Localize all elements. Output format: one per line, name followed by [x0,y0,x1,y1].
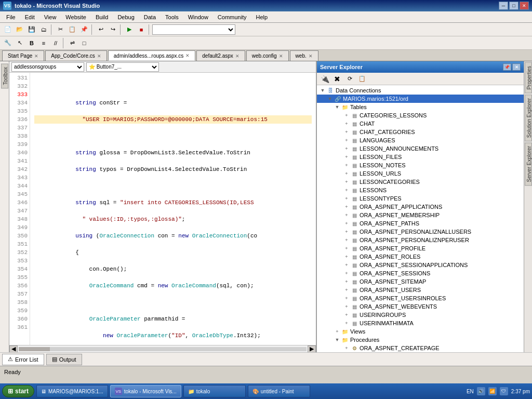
expand-ora-roles[interactable]: + [343,253,350,260]
tree-table-categories-lessons[interactable]: + ▦ CATEGORIES_LESSONS [317,111,524,119]
tree-table-useringroups[interactable]: + ▦ USERINGROUPS [317,311,524,319]
tab-web[interactable]: web. ✕ [290,50,318,61]
menu-debug[interactable]: Debug [113,13,138,21]
menu-help[interactable]: Help [251,13,272,21]
expand-createpage[interactable]: + [343,344,350,352]
code-container[interactable]: 331 332 333 334 335 336 337 338 339 340 … [9,73,316,345]
se-properties-button[interactable]: 📋 [356,73,368,85]
close-tab-addlessonsgroups[interactable]: ✕ [185,53,190,58]
close-tab-start-page[interactable]: ✕ [34,54,38,59]
tree-tables-folder[interactable]: ▼ 📁 Tables [317,103,524,111]
scroll-left-button[interactable]: ◀ [9,345,18,353]
tree-table-ora-roles[interactable]: + ▦ ORA_ASPNET_ROLES [317,252,524,261]
menu-view[interactable]: View [40,13,61,21]
expand-ora-sessions[interactable]: + [343,270,350,277]
start-button[interactable]: ⊞ start [2,385,34,397]
expand-connection[interactable]: ▼ [326,95,334,102]
minimize-button[interactable]: ─ [499,2,508,10]
format-button[interactable]: ⇌ [66,37,78,49]
comment-button[interactable]: // [50,37,61,49]
expand-lesson-files[interactable]: + [343,153,350,161]
expand-lesson-urls[interactable]: + [343,170,350,177]
menu-data[interactable]: Data [140,13,160,21]
scroll-thumb[interactable] [19,347,50,351]
tree-table-lesson-announcements[interactable]: + ▦ LESSON_ANNOUNCEMENTS [317,144,524,153]
expand-chat-categories[interactable]: + [343,128,350,136]
copy-button[interactable]: 📋 [66,24,78,35]
expand-ora-profile[interactable]: + [343,245,350,252]
tab-start-page[interactable]: Start Page ✕ [2,50,44,61]
tab-core-cs[interactable]: App_Code/Core.cs ✕ [45,50,107,61]
scroll-track[interactable] [19,347,307,351]
close-tab-default2[interactable]: ✕ [235,54,240,59]
menu-edit[interactable]: Edit [21,13,39,21]
maximize-button[interactable]: □ [509,2,518,10]
close-button[interactable]: ✕ [520,2,529,10]
open-file-button[interactable]: 📂 [14,24,25,35]
server-explorer-tree[interactable]: ▼ 🗄 Data Connections ▼ 🔗 MARIOS.marios:1… [317,85,524,352]
tree-connection[interactable]: ▼ 🔗 MARIOS.marios:1521/ord [317,95,524,103]
expand-userinmathimata[interactable]: + [343,320,350,327]
tree-table-ora-users[interactable]: + ▦ ORA_ASPNET_USERS [317,286,524,294]
tree-table-lesson-notes[interactable]: + ▦ LESSON_NOTES [317,161,524,169]
expand-tables[interactable]: ▼ [334,103,341,111]
properties-tab[interactable]: Properties [525,62,532,94]
tree-table-chat[interactable]: + ▦ CHAT [317,119,524,128]
expand-ora-session-apps[interactable]: + [343,261,350,269]
tree-table-ora-webevents[interactable]: + ▦ ORA_ASPNET_WEBEVENTS [317,302,524,311]
menu-tools[interactable]: Tools [161,13,183,21]
expand-languages[interactable]: + [343,137,350,144]
method-selector[interactable]: ⭐ Button7_... [86,62,159,72]
tree-table-ora-personaliznallusers[interactable]: + ▦ ORA_ASPNET_PERSONALIZNALLUSERS [317,228,524,236]
tree-table-ora-usersinroles[interactable]: + ▦ ORA_ASPNET_USERSINROLES [317,294,524,302]
expand-ora-users[interactable]: + [343,286,350,294]
code-editor[interactable]: string conStr = "USER ID=MARIOS;PASSWORD… [30,73,316,345]
tree-table-lessoncategories[interactable]: + ▦ LESSONCATEGORIES [317,178,524,186]
expand-ora-pers-per[interactable]: + [343,236,350,244]
indent-button[interactable]: ≡ [38,37,49,49]
layout-button[interactable]: □ [78,37,90,49]
expand-ora-usersinroles[interactable]: + [343,295,350,302]
taskbar-marios[interactable]: 🖥 MARIOS@MARIOS:1... [36,385,108,397]
expand-ora-webevents[interactable]: + [343,303,350,310]
new-file-button[interactable]: 📄 [2,24,14,35]
tree-table-lessons[interactable]: + ▦ LESSONS [317,186,524,194]
run-button[interactable]: ▶ [124,24,135,35]
cut-button[interactable]: ✂ [55,24,66,35]
tree-table-languages[interactable]: + ▦ LANGUAGES [317,136,524,144]
class-selector[interactable]: addlessonsgroups [11,62,84,72]
paste-button[interactable]: 📌 [78,24,90,35]
expand-useringroups[interactable]: + [343,311,350,318]
expand-lessons[interactable]: + [343,187,350,194]
toolbox-tab[interactable]: Toolbox [1,63,8,88]
horizontal-scrollbar[interactable]: ◀ ▶ [9,345,316,352]
expand-lessontypes[interactable]: + [343,195,350,202]
expand-procedures[interactable]: ▼ [334,336,341,343]
expand-lesson-notes[interactable]: + [343,162,350,169]
expand-ora-pers-all[interactable]: + [343,228,350,235]
tree-table-ora-aspnet-paths[interactable]: + ▦ ORA_ASPNET_PATHS [317,219,524,228]
save-button[interactable]: 💾 [26,24,37,35]
bold-button[interactable]: B [26,37,37,49]
menu-window[interactable]: Window [184,13,212,21]
stop-button[interactable]: ■ [136,24,147,35]
se-pin-button[interactable]: 📌 [503,63,511,71]
tree-table-ora-aspnet-applications[interactable]: + ▦ ORA_ASPNET_APPLICATIONS [317,203,524,211]
tree-table-ora-sessions[interactable]: + ▦ ORA_ASPNET_SESSIONS [317,269,524,277]
close-tab-web[interactable]: ✕ [309,54,313,59]
tree-procedures-folder[interactable]: ▼ 📁 Procedures [317,336,524,344]
server-explorer-tab[interactable]: Server Explorer [525,142,532,185]
configuration-dropdown[interactable] [152,24,235,35]
expand-categories-lessons[interactable]: + [343,112,350,119]
tree-table-lesson-urls[interactable]: + ▦ LESSON_URLS [317,169,524,178]
tree-table-ora-profile[interactable]: + ▦ ORA_ASPNET_PROFILE [317,244,524,252]
tab-addlessonsgroups[interactable]: admin/addless...roups.aspx.cs ✕ [108,50,196,61]
taskbar-paint[interactable]: 🎨 untitled - Paint [248,385,310,397]
expand-chat[interactable]: + [343,120,350,127]
tree-table-ora-personaliznperuser[interactable]: + ▦ ORA_ASPNET_PERSONALIZNPERUSER [317,236,524,244]
tree-table-ora-sessionapplications[interactable]: + ▦ ORA_ASPNET_SESSIONAPPLICATIONS [317,261,524,269]
tree-table-chat-categories[interactable]: + ▦ CHAT_CATEGORIES [317,128,524,136]
scroll-right-button[interactable]: ▶ [308,345,316,353]
se-connect-button[interactable]: 🔌 [319,73,330,85]
toolbox-button[interactable]: 🔧 [2,37,14,49]
